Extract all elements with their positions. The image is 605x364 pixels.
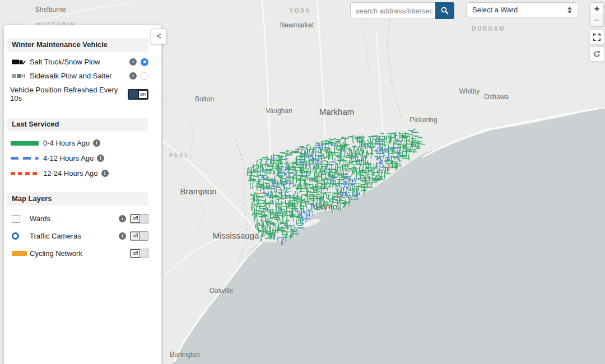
info-icon-sidewalk-plow[interactable]: i [129,72,137,80]
legend-label: 12-24 Hours Ago [43,169,98,178]
wards-icon [12,215,30,223]
info-icon-traffic-cameras[interactable]: i [119,232,126,240]
sidewalk-plow-icon [12,72,30,80]
ward-select[interactable]: Select a Ward [466,2,578,17]
radio-sidewalk-plow[interactable] [141,72,148,80]
section-title-map-layers: Map Layers [7,192,148,206]
zoom-out-button: − [590,15,603,26]
traffic-cameras-toggle-state: off [131,232,140,240]
search-input[interactable] [350,2,435,19]
info-icon-wards[interactable]: i [119,215,126,222]
search-icon [440,6,449,15]
refresh-icon [593,50,601,58]
cycling-network-toggle-state: off [131,249,140,258]
vehicle-option-label: Salt Truck/Snow Plow [30,58,129,66]
vehicle-option-label: Sidewalk Plow and Salter [30,72,129,80]
legend-swatch-4-12 [11,157,39,160]
info-icon-4-12[interactable]: i [97,155,104,162]
legend-item-4-12: 4-12 Hours Ago i [7,151,148,166]
salt-truck-icon [12,58,30,66]
zoom-control: + − [590,2,604,26]
traffic-cameras-toggle[interactable]: off [130,231,148,241]
section-title-last-serviced: Last Serviced [7,118,148,131]
refresh-toggle[interactable]: on [128,89,148,100]
layer-row-wards: Wards i off [7,210,148,227]
refresh-button[interactable] [589,46,604,62]
layer-row-traffic-cameras: Traffic Cameras i off [7,227,148,245]
ward-select-value: Select a Ward [472,6,567,14]
legend-swatch-0-4 [11,141,39,146]
wards-toggle-state: off [131,214,140,223]
info-icon-0-4[interactable]: i [93,139,100,147]
refresh-row: Vehicle Position Refreshed Every 10s on [7,83,148,105]
fullscreen-button[interactable] [589,30,604,45]
info-icon-salt-truck[interactable]: i [129,58,137,66]
zoom-in-button[interactable]: + [590,3,603,15]
section-title-vehicle: Winter Maintenance Vehicle [7,38,148,52]
legend-swatch-12-24 [11,172,39,175]
layer-label: Traffic Cameras [30,232,119,240]
layer-label: Cycling Network [30,249,130,258]
info-icon-12-24[interactable]: i [101,170,109,177]
search-button[interactable] [435,2,454,19]
vehicle-option-sidewalk-plow: Sidewalk Plow and Salter i [7,69,148,83]
layer-row-cycling-network: Cycling Network off [7,245,148,262]
search-box [350,2,454,19]
app-viewport: ShelburneDUFFERINYORKNewmarketDURHAMBolt… [0,0,605,364]
select-stepper-icon [567,7,572,13]
cycling-network-toggle[interactable]: off [130,249,148,258]
cycling-network-icon [12,251,30,256]
legend-label: 4-12 Hours Ago [43,154,94,162]
refresh-label: Vehicle Position Refreshed Every 10s [10,86,128,102]
layer-label: Wards [30,214,119,223]
wards-toggle[interactable]: off [130,214,148,223]
legend-item-0-4: 0-4 Hours Ago i [7,136,148,151]
traffic-camera-icon [12,232,30,240]
legend-label: 0-4 Hours Ago [43,139,90,147]
legend-item-12-24: 12-24 Hours Ago i [7,166,148,181]
vehicle-option-salt-truck: Salt Truck/Snow Plow i [7,55,148,69]
fullscreen-icon [593,33,601,41]
radio-salt-truck[interactable] [141,58,148,66]
legend-panel: Winter Maintenance Vehicle Salt Truck/Sn… [4,25,161,364]
refresh-toggle-state: on [138,90,147,99]
panel-collapse-button[interactable]: < [151,29,167,44]
